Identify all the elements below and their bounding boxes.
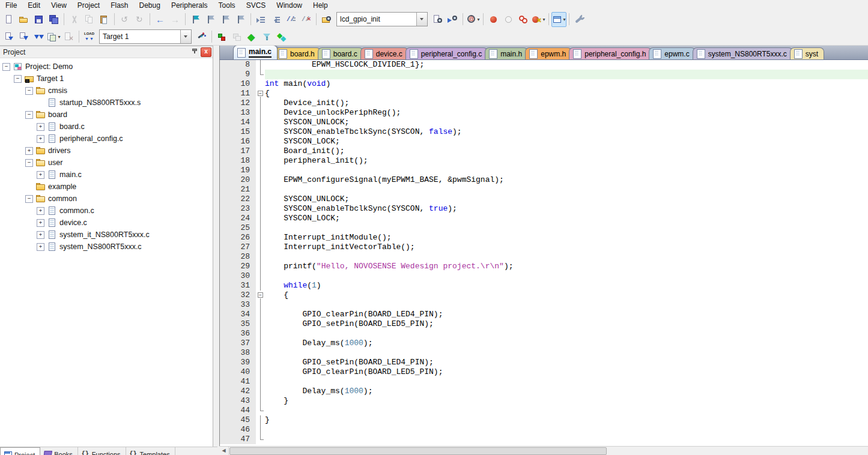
- code-line-14[interactable]: 14 SYSCON_UNLOCK;: [220, 118, 868, 127]
- indent-button[interactable]: [253, 12, 269, 27]
- menu-tools[interactable]: Tools: [213, 1, 241, 10]
- tree-expand-icon[interactable]: +: [37, 243, 44, 251]
- menu-view[interactable]: View: [46, 1, 72, 10]
- select-packs-button[interactable]: [259, 29, 275, 44]
- code-line-11[interactable]: 11−{: [220, 89, 868, 98]
- tree-expand-icon[interactable]: +: [25, 147, 33, 155]
- code-line-13[interactable]: 13 Device_unlockPeriphReg();: [220, 108, 868, 118]
- load-flash-button[interactable]: [82, 29, 97, 44]
- code-line-26[interactable]: 26 Interrupt_initModule();: [220, 233, 868, 243]
- tree-expand-icon[interactable]: +: [37, 135, 44, 143]
- code-line-30[interactable]: 30: [220, 271, 868, 281]
- bookmark-next-button[interactable]: [203, 12, 218, 27]
- code-line-38[interactable]: 38: [220, 348, 868, 358]
- search-at-dropdown-icon[interactable]: ▾: [477, 17, 479, 22]
- editor-layout-dropdown-icon[interactable]: ▾: [563, 17, 565, 22]
- tree-expand-icon[interactable]: −: [25, 159, 33, 167]
- code-line-45[interactable]: 45}: [220, 415, 868, 425]
- menu-edit[interactable]: Edit: [22, 1, 46, 10]
- bottom-tab-books[interactable]: Books: [40, 447, 78, 455]
- nav-back-button[interactable]: [153, 12, 168, 27]
- bottom-tab-functions[interactable]: Functions: [78, 447, 126, 455]
- tree-item-user[interactable]: −user: [0, 157, 213, 169]
- code-line-10[interactable]: 10int main(void): [220, 79, 868, 89]
- code-line-21[interactable]: 21: [220, 185, 868, 194]
- menu-project[interactable]: Project: [72, 1, 105, 10]
- save-button[interactable]: [31, 12, 46, 27]
- tree-item-common-c[interactable]: +common.c: [0, 205, 213, 217]
- menu-window[interactable]: Window: [271, 1, 308, 10]
- code-line-8[interactable]: 8 EPWM_HSCLOCK_DIVIDER_1};: [220, 60, 868, 70]
- bottom-tab-project[interactable]: Project: [0, 447, 40, 455]
- tree-item-common[interactable]: −common: [0, 193, 213, 205]
- target-select[interactable]: Target 1: [99, 29, 192, 44]
- tab-syst[interactable]: syst: [790, 47, 824, 59]
- tab-board-c[interactable]: board.c: [318, 47, 363, 59]
- code-line-31[interactable]: 31 while(1): [220, 281, 868, 291]
- bookmark-prev-button[interactable]: [218, 12, 233, 27]
- tree-item-device-c[interactable]: +device.c: [0, 217, 213, 229]
- tab-system-ns800rt5xxx-c[interactable]: system_NS800RT5xxx.c: [693, 47, 793, 59]
- tab-peripheral-config-h[interactable]: peripheral_config.h: [569, 47, 652, 59]
- menu-svcs[interactable]: SVCS: [241, 1, 272, 10]
- code-line-43[interactable]: 43 }: [220, 396, 868, 406]
- editor-horizontal-scrollbar[interactable]: ◀: [219, 446, 868, 455]
- new-file-button[interactable]: [1, 12, 16, 27]
- code-line-15[interactable]: 15 SYSCON_enableTbclkSync(SYSCON, false)…: [220, 127, 868, 137]
- bp-disable-all-button[interactable]: [516, 12, 531, 27]
- tree-item-target-1[interactable]: −Target 1: [0, 73, 213, 85]
- tree-expand-icon[interactable]: −: [2, 63, 10, 71]
- tree-item-example[interactable]: example: [0, 181, 213, 193]
- code-line-35[interactable]: 35 GPIO_setPin(BOARD_LED5_PIN);: [220, 319, 868, 329]
- tree-expand-icon[interactable]: −: [25, 87, 33, 95]
- bookmark-toggle-button[interactable]: [188, 12, 203, 27]
- tree-item-system-ns800rt5xxx-c[interactable]: +system_NS800RT5xxx.c: [0, 241, 213, 253]
- panel-splitter[interactable]: [213, 46, 219, 455]
- tree-expand-icon[interactable]: −: [14, 75, 22, 83]
- tab-board-h[interactable]: board.h: [275, 47, 321, 59]
- search-box-dropdown-icon[interactable]: [416, 13, 427, 26]
- code-line-37[interactable]: 37 Delay_ms(1000);: [220, 339, 868, 348]
- open-folder-button[interactable]: [16, 12, 31, 27]
- tree-expand-icon[interactable]: −: [25, 195, 33, 203]
- bp-enable-button[interactable]: [501, 12, 516, 27]
- menu-help[interactable]: Help: [308, 1, 333, 10]
- code-line-27[interactable]: 27 Interrupt_initVectorTable();: [220, 243, 868, 252]
- code-line-34[interactable]: 34 GPIO_clearPin(BOARD_LED4_PIN);: [220, 310, 868, 319]
- menu-flash[interactable]: Flash: [105, 1, 133, 10]
- tree-item-startup-ns800rt5xxx-s[interactable]: startup_NS800RT5xxx.s: [0, 97, 213, 109]
- scroll-left-button[interactable]: ◀: [219, 447, 229, 455]
- tree-item-cmsis[interactable]: −cmsis: [0, 85, 213, 97]
- target-options-button[interactable]: [194, 29, 209, 44]
- incremental-find-button[interactable]: [445, 12, 460, 27]
- tree-item-drivers[interactable]: +drivers: [0, 145, 213, 157]
- code-line-22[interactable]: 22 SYSCON_UNLOCK;: [220, 194, 868, 204]
- tab-epwm-h[interactable]: epwm.h: [525, 47, 572, 59]
- tree-item-board[interactable]: −board: [0, 109, 213, 121]
- bookmark-clear-button[interactable]: [233, 12, 248, 27]
- tree-expand-icon[interactable]: −: [25, 111, 33, 119]
- code-editor[interactable]: 8 EPWM_HSCLOCK_DIVIDER_1};910int main(vo…: [219, 60, 868, 447]
- batch-build-dropdown-icon[interactable]: ▾: [58, 34, 60, 40]
- bottom-tab-templates[interactable]: Templates: [126, 447, 175, 455]
- bp-kill-all-dropdown-icon[interactable]: ▾: [542, 17, 545, 22]
- tree-item-peripheral-config-c[interactable]: +peripheral_config.c: [0, 133, 213, 145]
- tree-expand-icon[interactable]: +: [37, 219, 44, 227]
- code-line-44[interactable]: 44: [220, 406, 868, 415]
- menu-debug[interactable]: Debug: [134, 1, 166, 10]
- find-in-files-button[interactable]: [319, 12, 334, 27]
- code-line-24[interactable]: 24 SYSCON_LOCK;: [220, 214, 868, 223]
- target-select-dropdown-icon[interactable]: [180, 30, 191, 43]
- code-line-18[interactable]: 18 peripheral_init();: [220, 156, 868, 166]
- build-button[interactable]: [16, 29, 31, 44]
- code-line-47[interactable]: 47: [220, 435, 868, 444]
- outdent-button[interactable]: [269, 12, 284, 27]
- tree-item-board-c[interactable]: +board.c: [0, 121, 213, 133]
- comment-selection-button[interactable]: [284, 12, 299, 27]
- tree-expand-icon[interactable]: +: [37, 231, 44, 239]
- tree-item-system-it-ns800rt5xxx-c[interactable]: +system_it_NS800RT5xxx.c: [0, 229, 213, 241]
- uncomment-selection-button[interactable]: [299, 12, 314, 27]
- configure-wrench-button[interactable]: [572, 12, 587, 27]
- code-line-42[interactable]: 42 Delay_ms(1000);: [220, 387, 868, 396]
- manage-rte-button[interactable]: [214, 29, 229, 44]
